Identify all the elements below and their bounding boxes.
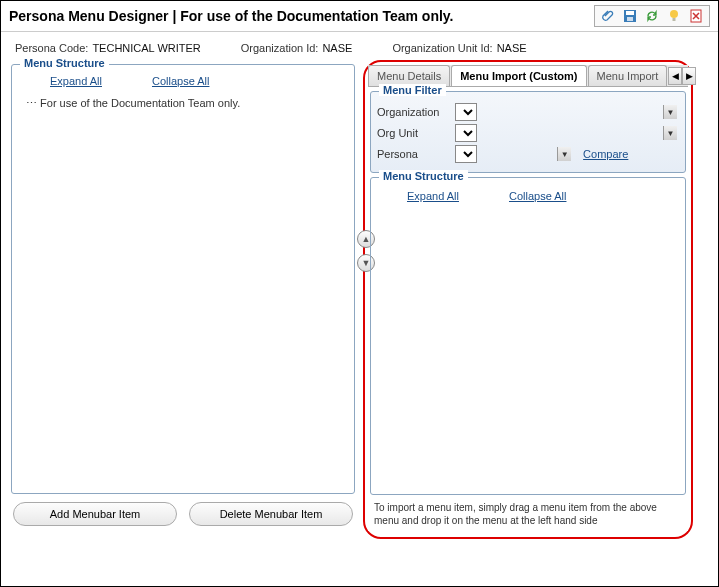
persona-code-label: Persona Code: <box>15 42 88 54</box>
collapse-all-link[interactable]: Collapse All <box>152 75 209 87</box>
tab-menu-details[interactable]: Menu Details <box>368 65 450 86</box>
lightbulb-icon[interactable] <box>667 9 681 23</box>
menu-structure-title-right: Menu Structure <box>379 170 468 182</box>
menu-filter-title: Menu Filter <box>379 84 446 96</box>
delete-menubar-item-button[interactable]: Delete Menubar Item <box>189 502 353 526</box>
tree-item-label: For use of the Documentation Team only. <box>40 97 240 109</box>
import-panel: Menu Details Menu Import (Custom) Menu I… <box>363 60 693 539</box>
organization-label: Organization <box>377 106 449 118</box>
org-unit-id-label: Organization Unit Id: <box>392 42 492 54</box>
add-menubar-item-button[interactable]: Add Menubar Item <box>13 502 177 526</box>
tab-menu-import-custom[interactable]: Menu Import (Custom) <box>451 65 586 86</box>
tree-item[interactable]: ⋯ For use of the Documentation Team only… <box>20 95 346 112</box>
org-unit-select[interactable] <box>455 124 477 142</box>
tree-dots-icon: ⋯ <box>26 97 37 109</box>
org-unit-id-value: NASE <box>497 42 527 54</box>
persona-label: Persona <box>377 148 449 160</box>
svg-point-3 <box>670 10 678 18</box>
svg-rect-4 <box>673 18 676 21</box>
tab-menu-import[interactable]: Menu Import <box>588 65 668 86</box>
menu-structure-title: Menu Structure <box>20 57 109 69</box>
chevron-down-icon: ▼ <box>663 126 677 140</box>
menu-filter-fieldset: Menu Filter Organization ▼ Org Unit ▼ Pe… <box>370 91 686 173</box>
info-bar: Persona Code: TECHNICAL WRITER Organizat… <box>1 32 718 60</box>
org-unit-label: Org Unit <box>377 127 449 139</box>
refresh-icon[interactable] <box>645 9 659 23</box>
save-icon[interactable] <box>623 9 637 23</box>
tab-scroll-left-button[interactable]: ◀ <box>668 67 682 85</box>
delete-icon[interactable] <box>689 9 703 23</box>
org-id-value: NASE <box>322 42 352 54</box>
left-menu-structure: Menu Structure Expand All Collapse All ⋯… <box>11 64 355 494</box>
collapse-all-link-right[interactable]: Collapse All <box>509 190 566 202</box>
organization-select[interactable] <box>455 103 477 121</box>
expand-all-link[interactable]: Expand All <box>50 75 102 87</box>
chevron-down-icon: ▼ <box>557 147 571 161</box>
chevron-down-icon: ▼ <box>663 105 677 119</box>
org-id-label: Organization Id: <box>241 42 319 54</box>
page-title: Persona Menu Designer | For use of the D… <box>9 8 453 24</box>
attachment-icon[interactable] <box>601 9 615 23</box>
expand-all-link-right[interactable]: Expand All <box>407 190 459 202</box>
persona-code-value: TECHNICAL WRITER <box>92 42 200 54</box>
tab-scroll-right-button[interactable]: ▶ <box>682 67 696 85</box>
right-menu-structure: Menu Structure Expand All Collapse All <box>370 177 686 495</box>
import-hint-text: To import a menu item, simply drag a men… <box>370 495 686 527</box>
svg-rect-1 <box>626 11 634 15</box>
toolbar <box>594 5 710 27</box>
compare-link[interactable]: Compare <box>583 148 628 160</box>
persona-select[interactable] <box>455 145 477 163</box>
svg-rect-2 <box>627 17 633 21</box>
